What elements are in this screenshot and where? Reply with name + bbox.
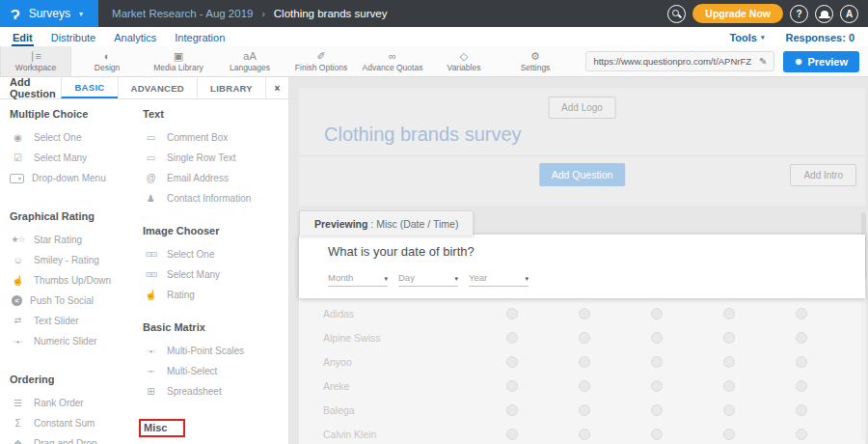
radio-button (506, 404, 518, 416)
question-category: Image Chooser⊡⊡Select One⊡⊡Select Many☝R… (143, 225, 288, 305)
date-select-year[interactable]: Year▾ (469, 272, 529, 287)
question-type-select-one[interactable]: ⊡⊡Select One (143, 244, 288, 264)
media-library-icon: ▣ (174, 50, 183, 62)
responses-count[interactable]: Responses: 0 (785, 32, 854, 43)
question-type-smiley-rating[interactable]: ☺Smiley - Rating (10, 250, 143, 270)
question-type-contact-information[interactable]: ♟Contact Information (143, 188, 288, 208)
edit-url-icon[interactable]: ✎ (759, 56, 767, 67)
category-heading: Multiple Choice (10, 108, 143, 120)
question-type-select-many[interactable]: ☑Select Many (10, 148, 143, 168)
question-type-text-slider[interactable]: ⇄Text Slider (10, 311, 143, 331)
question-type-comment-box[interactable]: ▭Comment Box (143, 127, 288, 148)
variables-tag-icon: ◇ (460, 50, 468, 62)
toolbar-item-finish-options[interactable]: ✐Finish Options (285, 46, 357, 76)
toolbar-item-languages[interactable]: aALanguages (214, 46, 285, 76)
toolbar-item-design[interactable]: ◐Design (71, 46, 143, 76)
tools-label: Tools (729, 32, 757, 43)
question-type-star-rating[interactable]: ★☆Star Rating (10, 230, 143, 250)
bell-icon (821, 11, 828, 17)
toolbar-item-media-library[interactable]: ▣Media Library (143, 46, 214, 76)
radio-button (796, 332, 807, 344)
search-button[interactable] (667, 5, 686, 23)
radio-button (506, 429, 518, 440)
preview-button[interactable]: ◉ Preview (783, 51, 859, 72)
question-type-rank-order[interactable]: ☰Rank Order (10, 393, 143, 413)
question-type-rating[interactable]: ☝Rating (143, 285, 288, 305)
toolbar-item-advance-quotas[interactable]: ∞Advance Quotas (357, 46, 428, 76)
questionpro-logo: Ɂ (11, 6, 20, 22)
brand-name-label: Calvin Klein (299, 429, 475, 440)
surveys-app-menu[interactable]: Ɂ Surveys ▾ (0, 0, 98, 27)
question-type-select-many[interactable]: ⊡⊡Select Many (143, 264, 288, 285)
category-heading: Basic Matrix (143, 321, 288, 333)
question-type-single-row-text[interactable]: ▭Single Row Text (143, 148, 288, 168)
add-intro-button[interactable]: Add Intro (790, 164, 856, 186)
question-type-drag-and-drop[interactable]: ❖Drag and Drop (10, 433, 143, 444)
radio-button (796, 356, 807, 368)
add-logo-button[interactable]: Add Logo (548, 97, 616, 119)
preview-label: Preview (807, 56, 848, 68)
rank-order-icon: ☰ (10, 399, 26, 408)
breadcrumb-folder[interactable]: Market Research - Aug 2019 (112, 8, 253, 19)
thumbs-icon: ☝ (10, 276, 26, 286)
radio-button (796, 308, 807, 319)
brand-matrix-question: AdidasAlpine SwissAnyooArekeBalegaCalvin… (299, 298, 865, 444)
add-question-button[interactable]: Add Question (539, 163, 626, 186)
sigma-icon: Σ (10, 419, 26, 429)
radio-button (796, 380, 807, 392)
chevron-down-icon: ▾ (384, 275, 388, 283)
tab-advanced[interactable]: ADVANCED (118, 77, 198, 98)
toolbar-item-settings[interactable]: ⚙Settings (500, 46, 571, 76)
radio-button (723, 404, 735, 416)
nav-tab-edit[interactable]: Edit (12, 30, 34, 46)
tab-basic[interactable]: BASIC (61, 77, 117, 98)
date-select-month[interactable]: Month▾ (328, 272, 388, 287)
nav-tab-analytics[interactable]: Analytics (113, 30, 157, 46)
category-heading: Text (143, 108, 288, 120)
dropdown-icon: ▾ (10, 174, 24, 183)
toolbar-item-workspace[interactable]: ∣≡Workspace (0, 46, 71, 76)
account-avatar[interactable]: A (840, 5, 858, 23)
question-type-multi-point-scales[interactable]: ○●○Multi-Point Scales (143, 341, 288, 361)
question-type-drop-down-menu[interactable]: ▾Drop-down Menu (10, 168, 143, 188)
help-button[interactable]: ? (790, 5, 808, 23)
radio-button (579, 380, 590, 392)
date-select-day[interactable]: Day▾ (398, 272, 458, 287)
question-type-email-address[interactable]: @Email Address (143, 168, 288, 188)
eye-icon: ◉ (795, 57, 801, 66)
question-type-constant-sum[interactable]: ΣConstant Sum (10, 413, 143, 433)
radio-button (579, 404, 590, 416)
category-heading: Ordering (10, 374, 143, 385)
workspace-icon: ∣≡ (30, 50, 41, 62)
image-rating-icon: ☝ (143, 291, 159, 300)
question-type-push-to-social[interactable]: <Push To Social (10, 291, 143, 311)
question-type-select-one[interactable]: ◉Select One (10, 127, 143, 148)
multi-point-icon: ○●○ (143, 348, 159, 354)
question-type-columns: Multiple Choice◉Select One☑Select Many▾D… (0, 99, 288, 444)
tools-menu[interactable]: Tools▾ (729, 32, 764, 43)
question-category: Text▭Comment Box▭Single Row Text@Email A… (143, 108, 288, 208)
toolbar-item-variables[interactable]: ◇Variables (428, 46, 500, 76)
radio-button (506, 380, 518, 392)
nav-tab-distribute[interactable]: Distribute (50, 30, 96, 46)
upgrade-now-button[interactable]: Upgrade Now (692, 4, 783, 23)
notifications-button[interactable] (815, 5, 833, 23)
question-type-spreadsheet[interactable]: ⊞Spreadsheet (143, 381, 288, 402)
question-preview-popup: Previewing : Misc (Date / Time) What is … (299, 210, 865, 298)
radio-button (651, 308, 663, 319)
question-type-multi-select[interactable]: ▫▪▫Multi-Select (143, 361, 288, 381)
checkbox-icon: ☑ (10, 153, 26, 163)
tab-library[interactable]: LIBRARY (197, 77, 265, 98)
quotas-chain-icon: ∞ (389, 50, 396, 62)
category-heading-highlighted: Misc (139, 419, 185, 437)
close-panel-button[interactable]: × (265, 77, 288, 98)
gear-icon: ⚙ (530, 50, 540, 62)
brand-name-label: Anyoo (299, 356, 475, 368)
preview-question-text: What is your date of birth? (328, 244, 865, 259)
survey-url-box[interactable]: https://www.questionpro.com/t/APNrFZ ✎ (585, 51, 774, 71)
question-type-numeric-slider[interactable]: ○●○Numeric Slider (10, 331, 143, 351)
nav-tab-integration[interactable]: Integration (174, 30, 226, 46)
question-type-thumbs-up-down[interactable]: ☝Thumbs Up/Down (10, 270, 143, 291)
table-row: Calvin Klein (299, 422, 865, 444)
radio-button (651, 332, 663, 344)
